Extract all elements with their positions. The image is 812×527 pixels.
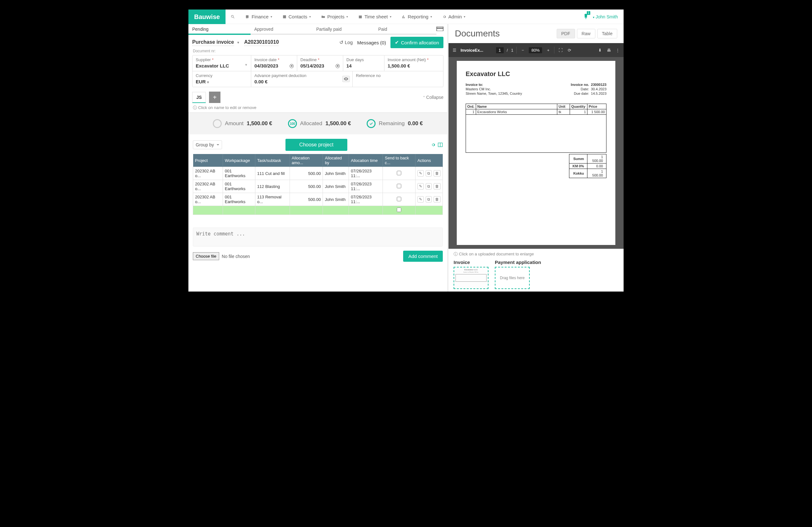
user-menu[interactable]: ▾ John Smith xyxy=(593,14,618,19)
currency-field[interactable]: Currency EUR ▾ xyxy=(192,71,251,87)
invoice-section: Invoice Excavator LLC Invoice to: Master… xyxy=(453,259,489,289)
notification-bell[interactable]: 1 xyxy=(583,12,589,21)
view-raw[interactable]: Raw xyxy=(577,29,595,38)
svg-rect-1 xyxy=(437,28,444,29)
pdf-viewport[interactable]: Excavator LLC Invoice to: Masters CM Inc… xyxy=(449,57,624,249)
messages-button[interactable]: Messages (0) xyxy=(357,40,386,45)
copy-row-icon[interactable]: ⧉ xyxy=(426,196,432,202)
left-panel: Pending Approved Partially paid Paid Pur… xyxy=(188,24,449,291)
top-navigation: Bauwise Finance▾ Contacts▾ Projects▾ Tim… xyxy=(188,10,624,24)
table-row[interactable]: 202302 AB o...001 Earthworks111 Cut and … xyxy=(193,167,443,180)
th-workpackage[interactable]: Workpackage xyxy=(223,154,255,167)
groupby-dropdown[interactable]: Group by xyxy=(193,140,222,149)
th-project[interactable]: Project xyxy=(193,154,223,167)
delete-row-icon[interactable]: 🗑 xyxy=(434,170,440,177)
search-button[interactable] xyxy=(226,10,240,24)
pdf-zoom-out-icon[interactable]: − xyxy=(520,48,525,52)
invoice-thumbnail[interactable]: Excavator LLC Invoice to: Masters CM Inc… xyxy=(453,267,489,289)
copy-row-icon[interactable]: ⧉ xyxy=(426,183,432,190)
th-task[interactable]: Task/subtask xyxy=(255,154,290,167)
pdf-download-icon[interactable]: ⬇ xyxy=(597,48,603,52)
th-actions[interactable]: Actions xyxy=(415,154,443,167)
file-status: No file chosen xyxy=(222,254,250,259)
choose-file-button[interactable]: Choose file xyxy=(193,252,219,260)
user-tabs: JS + ˄ Collapse xyxy=(192,92,444,103)
table-row[interactable]: 202302 AB o...001 Earthworks113 Removal … xyxy=(193,193,443,206)
send-back-checkbox[interactable] xyxy=(397,184,401,188)
invoice-date-field[interactable]: Invoice date * 04/30/2023 ✕ xyxy=(251,56,297,71)
th-allocation-time[interactable]: Allocation time xyxy=(349,154,383,167)
tab-partially-paid[interactable]: Partially paid xyxy=(313,24,375,35)
brand-logo[interactable]: Bauwise xyxy=(188,10,226,24)
nav-timesheet[interactable]: Time sheet▾ xyxy=(353,10,396,24)
pdf-more-icon[interactable]: ⋮ xyxy=(615,48,620,52)
pdf-zoom-level[interactable]: 80% xyxy=(529,47,542,53)
clear-date-icon[interactable]: ✕ xyxy=(336,64,340,68)
book-icon xyxy=(245,15,250,19)
choose-project-button[interactable]: Choose project xyxy=(286,139,348,151)
table-settings-icon[interactable] xyxy=(431,142,436,147)
view-pdf[interactable]: PDF xyxy=(557,29,575,38)
user-tab-js[interactable]: JS xyxy=(192,92,206,103)
nav-finance[interactable]: Finance▾ xyxy=(240,10,277,24)
nav-reporting[interactable]: Reporting▾ xyxy=(396,10,437,24)
card-icon[interactable] xyxy=(436,27,444,31)
add-comment-button[interactable]: Add comment xyxy=(403,251,443,262)
pdf-billto-2: Streen Name, Town, 12345, Country xyxy=(466,92,522,95)
add-user-tab-button[interactable]: + xyxy=(209,92,220,103)
pdf-rotate-icon[interactable]: ⟳ xyxy=(566,48,572,52)
nav-contacts[interactable]: Contacts▾ xyxy=(277,10,316,24)
advance-payment-field[interactable]: Advance payment deduction 0.00 € xyxy=(251,71,353,87)
invoice-form: Supplier * Excavator LLC ▼ Invoice date … xyxy=(192,55,444,87)
calendar-icon xyxy=(358,15,363,19)
collapse-button[interactable]: ˄ Collapse xyxy=(423,95,444,100)
pdf-print-icon[interactable]: 🖶 xyxy=(606,48,611,52)
invoice-amount-field[interactable]: Invoice amount (Net) * 1,500.00 € xyxy=(385,56,443,71)
send-back-checkbox[interactable] xyxy=(397,208,401,212)
edit-row-icon[interactable]: ✎ xyxy=(417,183,424,190)
pdf-menu-icon[interactable]: ☰ xyxy=(452,48,458,52)
send-back-checkbox[interactable] xyxy=(397,197,401,201)
view-table[interactable]: Table xyxy=(597,29,617,38)
document-type-dropdown[interactable]: ▾ xyxy=(237,40,239,45)
copy-row-icon[interactable]: ⧉ xyxy=(426,170,432,177)
tab-pending[interactable]: Pending xyxy=(188,24,250,35)
document-header: Purchase invoice ▾ A20230101010 ↺ Log Me… xyxy=(188,35,447,49)
edit-hint: ⓘ Click on name to edit or remove xyxy=(188,103,447,113)
deadline-field[interactable]: Deadline * 05/14/2023 ✕ xyxy=(297,56,343,71)
tab-paid[interactable]: Paid xyxy=(375,24,437,35)
delete-row-icon[interactable]: 🗑 xyxy=(434,183,440,190)
pdf-zoom-in-icon[interactable]: + xyxy=(545,48,551,52)
edit-row-icon[interactable]: ✎ xyxy=(417,196,424,202)
nav-projects[interactable]: Projects▾ xyxy=(316,10,353,24)
document-number[interactable]: A20230101010 xyxy=(244,39,279,46)
supplier-field[interactable]: Supplier * Excavator LLC ▼ xyxy=(192,56,251,71)
folder-icon xyxy=(321,15,325,19)
table-columns-icon[interactable] xyxy=(438,142,443,147)
table-new-row[interactable] xyxy=(193,206,443,215)
send-back-checkbox[interactable] xyxy=(397,171,401,175)
status-tabs: Pending Approved Partially paid Paid xyxy=(188,24,447,35)
table-row[interactable]: 202302 AB o...001 Earthworks112 Blasting… xyxy=(193,180,443,193)
tab-approved[interactable]: Approved xyxy=(250,24,313,35)
notification-badge: 1 xyxy=(587,11,591,15)
eye-icon[interactable] xyxy=(342,76,350,82)
pdf-fit-icon[interactable]: ⛶ xyxy=(557,48,563,52)
drag-files-dropzone[interactable]: Drag files here xyxy=(495,267,530,289)
gear-icon xyxy=(442,15,447,19)
th-send-back[interactable]: Send to back c... xyxy=(383,154,416,167)
delete-row-icon[interactable]: 🗑 xyxy=(434,196,440,202)
document-type[interactable]: Purchase invoice xyxy=(192,39,234,46)
clear-date-icon[interactable]: ✕ xyxy=(290,64,294,68)
th-amount[interactable]: Allocation amo... xyxy=(290,154,323,167)
log-button[interactable]: ↺ Log xyxy=(339,40,353,45)
reference-no-field[interactable]: Reference no xyxy=(353,71,443,87)
pdf-company: Excavator LLC xyxy=(466,70,607,78)
nav-admin[interactable]: Admin▾ xyxy=(437,10,471,24)
th-allocated-by[interactable]: Allocated by xyxy=(323,154,349,167)
pdf-page-input[interactable] xyxy=(496,47,504,53)
comment-input[interactable] xyxy=(193,227,443,246)
svg-rect-0 xyxy=(437,27,444,31)
confirm-allocation-button[interactable]: ✔ Confirm allocation xyxy=(390,37,444,48)
edit-row-icon[interactable]: ✎ xyxy=(417,170,424,177)
